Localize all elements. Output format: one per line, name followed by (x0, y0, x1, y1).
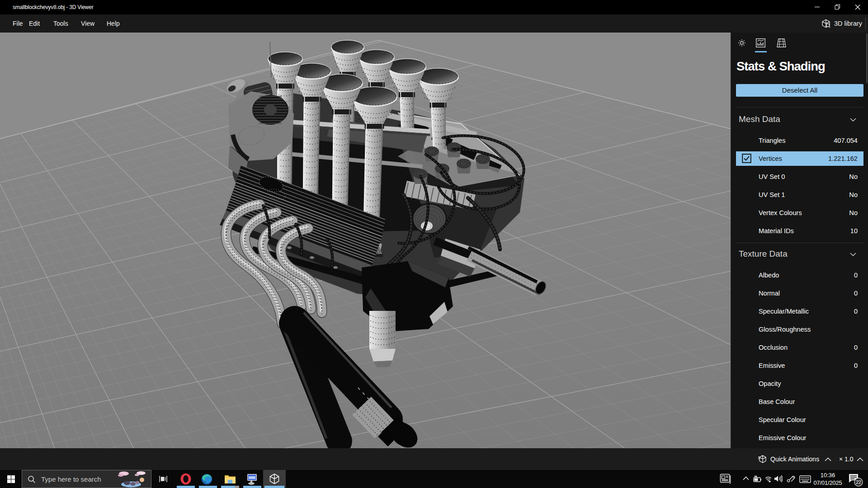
svg-text:22: 22 (856, 479, 861, 485)
